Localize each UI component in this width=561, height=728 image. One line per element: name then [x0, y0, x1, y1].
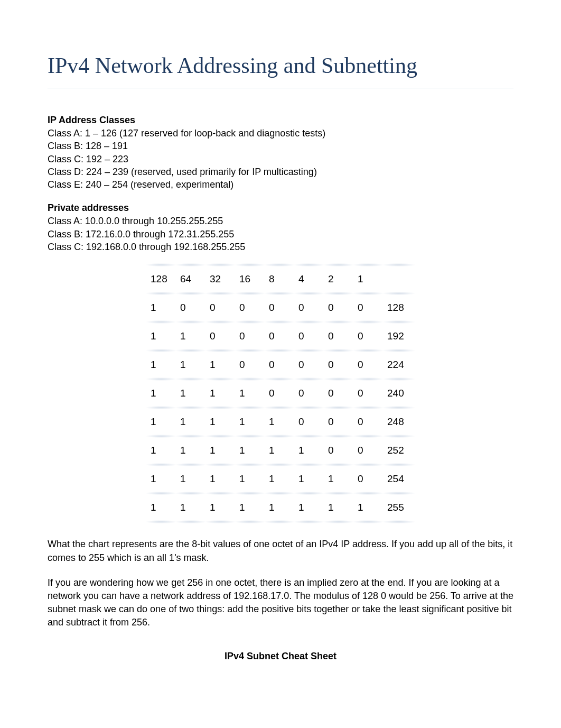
- ip-classes-line: Class B: 128 – 191: [48, 140, 513, 152]
- bit-cell: 0: [353, 322, 383, 351]
- header-cell: 32: [205, 265, 235, 293]
- private-line: Class A: 10.0.0.0 through 10.255.255.255: [48, 215, 513, 227]
- bit-cell: 1: [146, 493, 176, 522]
- ip-classes-line: Class D: 224 – 239 (reserved, used prima…: [48, 165, 513, 178]
- table-row: 1 1 1 0 0 0 0 0 224: [146, 351, 415, 379]
- sum-cell: 255: [383, 493, 415, 522]
- bit-cell: 1: [205, 351, 235, 379]
- bit-cell: 0: [353, 408, 383, 436]
- private-addresses-section: Private addresses Class A: 10.0.0.0 thro…: [48, 202, 513, 253]
- bit-cell: 1: [265, 465, 294, 493]
- table-row: 1 1 1 1 1 1 1 0 254: [146, 465, 415, 493]
- table-row: 1 1 0 0 0 0 0 0 192: [146, 322, 415, 351]
- bit-cell: 1: [176, 493, 205, 522]
- bit-cell: 1: [324, 493, 353, 522]
- sum-cell: 248: [383, 408, 415, 436]
- header-cell: 16: [235, 265, 265, 293]
- header-cell: 2: [324, 265, 353, 293]
- bit-cell: 0: [265, 379, 294, 408]
- bit-cell: 1: [235, 436, 265, 465]
- bit-cell: 0: [265, 351, 294, 379]
- ip-classes-line: Class E: 240 – 254 (reserved, experiment…: [48, 178, 513, 191]
- bit-cell: 1: [146, 408, 176, 436]
- bit-cell: 1: [205, 493, 235, 522]
- private-heading: Private addresses: [48, 202, 513, 214]
- ip-classes-line: Class A: 1 – 126 (127 reserved for loop-…: [48, 127, 513, 140]
- table-row: 1 1 1 1 1 1 0 0 252: [146, 436, 415, 465]
- bit-cell: 0: [353, 465, 383, 493]
- bit-cell: 1: [176, 465, 205, 493]
- sum-cell: 192: [383, 322, 415, 351]
- bit-cell: 1: [146, 322, 176, 351]
- bit-value-table-wrap: 128 64 32 16 8 4 2 1 1 0 0 0 0 0 0 0 128…: [48, 265, 513, 522]
- bit-cell: 0: [235, 293, 265, 322]
- bit-cell: 1: [294, 436, 324, 465]
- bit-cell: 0: [324, 436, 353, 465]
- bit-cell: 0: [324, 351, 353, 379]
- bit-cell: 0: [205, 293, 235, 322]
- bit-cell: 1: [324, 465, 353, 493]
- table-row: 1 1 1 1 1 0 0 0 248: [146, 408, 415, 436]
- bit-cell: 0: [294, 379, 324, 408]
- bit-cell: 1: [146, 436, 176, 465]
- header-cell: 64: [176, 265, 205, 293]
- bit-cell: 0: [294, 408, 324, 436]
- bit-cell: 0: [353, 436, 383, 465]
- header-cell: 4: [294, 265, 324, 293]
- bit-cell: 1: [205, 465, 235, 493]
- bit-cell: 1: [265, 408, 294, 436]
- private-line: Class B: 172.16.0.0 through 172.31.255.2…: [48, 228, 513, 241]
- sum-cell: 128: [383, 293, 415, 322]
- ip-classes-section: IP Address Classes Class A: 1 – 126 (127…: [48, 115, 513, 191]
- bit-cell: 1: [146, 379, 176, 408]
- bit-cell: 0: [265, 322, 294, 351]
- page-title: IPv4 Network Addressing and Subnetting: [48, 53, 513, 88]
- bit-cell: 1: [265, 436, 294, 465]
- bit-cell: 1: [176, 436, 205, 465]
- table-header-row: 128 64 32 16 8 4 2 1: [146, 265, 415, 293]
- bit-cell: 1: [146, 465, 176, 493]
- bit-cell: 1: [146, 293, 176, 322]
- bit-cell: 0: [294, 322, 324, 351]
- table-row: 1 1 1 1 0 0 0 0 240: [146, 379, 415, 408]
- bit-cell: 1: [235, 493, 265, 522]
- explanation-paragraph-2: If you are wondering how we get 256 in o…: [48, 576, 513, 630]
- bit-cell: 0: [324, 408, 353, 436]
- bit-cell: 1: [294, 493, 324, 522]
- header-cell: [383, 265, 415, 293]
- bit-cell: 0: [294, 293, 324, 322]
- ip-classes-heading: IP Address Classes: [48, 115, 513, 126]
- bit-cell: 0: [176, 293, 205, 322]
- footer-heading: IPv4 Subnet Cheat Sheet: [48, 651, 513, 662]
- bit-cell: 1: [294, 465, 324, 493]
- bit-cell: 0: [235, 351, 265, 379]
- bit-cell: 1: [176, 379, 205, 408]
- sum-cell: 254: [383, 465, 415, 493]
- bit-cell: 1: [146, 351, 176, 379]
- bit-cell: 1: [205, 436, 235, 465]
- bit-cell: 1: [205, 379, 235, 408]
- bit-cell: 0: [265, 293, 294, 322]
- private-line: Class C: 192.168.0.0 through 192.168.255…: [48, 241, 513, 253]
- sum-cell: 240: [383, 379, 415, 408]
- bit-cell: 0: [205, 322, 235, 351]
- bit-cell: 1: [265, 493, 294, 522]
- bit-cell: 0: [235, 322, 265, 351]
- bit-cell: 1: [235, 379, 265, 408]
- sum-cell: 224: [383, 351, 415, 379]
- header-cell: 128: [146, 265, 176, 293]
- bit-cell: 1: [176, 408, 205, 436]
- bit-cell: 0: [353, 293, 383, 322]
- sum-cell: 252: [383, 436, 415, 465]
- bit-cell: 1: [176, 351, 205, 379]
- table-row: 1 0 0 0 0 0 0 0 128: [146, 293, 415, 322]
- header-cell: 1: [353, 265, 383, 293]
- bit-cell: 1: [176, 322, 205, 351]
- bit-cell: 1: [205, 408, 235, 436]
- bit-value-table: 128 64 32 16 8 4 2 1 1 0 0 0 0 0 0 0 128…: [146, 265, 415, 522]
- explanation-paragraph-1: What the chart represents are the 8-bit …: [48, 538, 513, 564]
- bit-cell: 0: [324, 293, 353, 322]
- bit-cell: 0: [353, 351, 383, 379]
- bit-cell: 0: [324, 322, 353, 351]
- bit-cell: 0: [324, 379, 353, 408]
